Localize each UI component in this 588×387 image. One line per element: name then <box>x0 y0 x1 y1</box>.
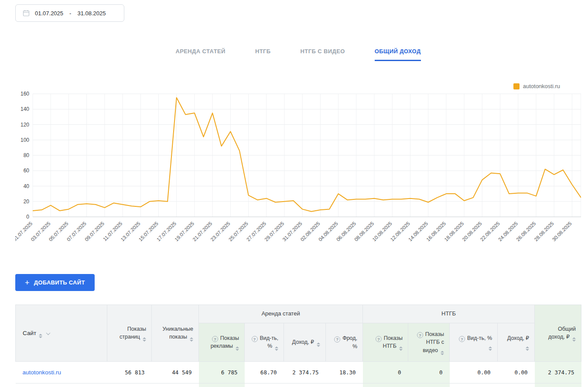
calendar-icon <box>23 10 30 17</box>
cell-ntgb-impressions: 0 <box>363 362 408 384</box>
column-label: Вид-ть, % <box>467 335 492 341</box>
cell-ad-impressions: 6 785 <box>199 362 245 384</box>
cell-ntgb-viewability <box>450 384 498 387</box>
svg-text:40: 40 <box>24 183 30 189</box>
cell-total-revenue: 2 374.75 <box>535 362 581 384</box>
column-header-unique-views[interactable]: Уникальные показы <box>152 305 199 362</box>
column-header-ntgb-impressions[interactable]: ?Показы НТГБ <box>363 323 408 362</box>
group-header-ntgb: НТГБ <box>363 305 535 323</box>
sort-icon[interactable] <box>143 337 146 342</box>
cell-unique-views <box>152 384 199 387</box>
tabs: АРЕНДА СТАТЕЙНТГБНТГБ С ВИДЕООБЩИЙ ДОХОД <box>15 48 581 61</box>
cell-page-views: 56 813 <box>107 362 152 384</box>
cell-revenue <box>284 384 326 387</box>
sort-icon[interactable] <box>317 342 320 347</box>
tab-arenda-statey[interactable]: АРЕНДА СТАТЕЙ <box>175 48 225 61</box>
cell-ntgb-impressions <box>363 384 408 387</box>
sort-icon[interactable] <box>441 351 444 355</box>
column-label: Уникальные показы <box>162 326 193 340</box>
column-header-revenue[interactable]: Доход, ₽ <box>284 323 326 362</box>
tab-obschiy-dohod[interactable]: ОБЩИЙ ДОХОД <box>375 48 421 61</box>
date-range-picker[interactable]: 01.07.2025 - 31.08.2025 <box>15 4 124 22</box>
svg-text:80: 80 <box>24 152 30 158</box>
help-icon[interactable]: ? <box>334 336 340 342</box>
sort-icon[interactable] <box>39 334 42 338</box>
column-header-ntgb-video-impressions[interactable]: ?Показы НТГБ с видео <box>408 323 450 362</box>
sort-icon[interactable] <box>572 337 576 342</box>
cell-ntgb-viewability: 0.00 <box>450 362 498 384</box>
column-header-total-revenue[interactable]: Общий доход, ₽ <box>535 305 581 362</box>
column-label: Показы НТГБ с видео <box>423 331 444 353</box>
help-icon[interactable]: ? <box>212 336 218 342</box>
cell-ntgb-video-impressions: 0 <box>408 362 450 384</box>
column-label: Доход, ₽ <box>507 335 529 341</box>
column-header-ntgb-viewability[interactable]: ?Вид-ть, % <box>450 323 498 362</box>
add-site-button[interactable]: + ДОБАВИТЬ САЙТ <box>15 274 95 291</box>
column-label: Доход, ₽ <box>292 339 314 345</box>
line-chart-svg: 01.07.202503.07.202505.07.202507.07.2025… <box>15 83 581 255</box>
svg-text:20: 20 <box>24 199 30 205</box>
revenue-chart: autotonkosti.ru 01.07.202503.07.202505.0… <box>15 83 581 255</box>
svg-text:0: 0 <box>26 214 29 220</box>
help-icon[interactable]: ? <box>252 336 258 342</box>
sort-icon[interactable] <box>526 346 529 351</box>
date-end[interactable]: 31.08.2025 <box>77 10 106 17</box>
sites-stats-table: СайтПоказы страницУникальные показыАренд… <box>15 305 581 387</box>
column-header-page-views[interactable]: Показы страниц <box>107 305 152 362</box>
column-label: Фрод, % <box>342 335 357 349</box>
cell-page-views <box>107 384 152 387</box>
cell-site <box>16 384 107 387</box>
svg-text:100: 100 <box>21 137 29 143</box>
cell-total-revenue <box>535 384 581 387</box>
cell-ad-impressions <box>199 384 245 387</box>
plus-icon: + <box>25 279 30 287</box>
cell-ntgb-revenue: 0.00 <box>498 362 535 384</box>
sort-icon[interactable] <box>275 346 278 351</box>
table-body: autotonkosti.ru56 81344 5496 78568.702 3… <box>16 362 581 387</box>
group-header-arenda-statey: Аренда статей <box>199 305 363 323</box>
tab-ntgb-video[interactable]: НТГБ С ВИДЕО <box>301 48 345 61</box>
help-icon[interactable]: ? <box>376 336 382 342</box>
date-start[interactable]: 01.07.2025 <box>35 10 63 17</box>
svg-text:140: 140 <box>21 106 29 112</box>
help-icon[interactable]: ? <box>417 332 423 338</box>
site-link[interactable]: autotonkosti.ru <box>23 369 62 376</box>
cell-revenue: 2 374.75 <box>284 362 326 384</box>
cell-viewability <box>245 384 284 387</box>
svg-text:160: 160 <box>21 91 29 97</box>
cell-unique-views: 44 549 <box>152 362 199 384</box>
sort-icon[interactable] <box>399 346 403 351</box>
column-label: Сайт <box>23 330 36 336</box>
cell-ntgb-video-impressions <box>408 384 450 387</box>
svg-text:60: 60 <box>24 168 30 174</box>
cell-fraud <box>326 384 363 387</box>
tab-ntgb[interactable]: НТГБ <box>255 48 271 61</box>
column-header-ad-impressions[interactable]: ?Показы рекламы <box>199 323 245 362</box>
column-label: Показы страниц <box>120 326 146 340</box>
column-header-fraud: ?Фрод, % <box>326 323 363 362</box>
cell-fraud: 18.30 <box>326 362 363 384</box>
help-icon[interactable]: ? <box>459 336 465 342</box>
column-header-viewability[interactable]: ?Вид-ть, % <box>245 323 284 362</box>
add-site-label: ДОБАВИТЬ САЙТ <box>34 279 85 286</box>
chevron-down-icon[interactable] <box>46 331 51 335</box>
column-header-ntgb-revenue[interactable]: Доход, ₽ <box>498 323 535 362</box>
cell-ntgb-revenue <box>498 384 535 387</box>
table-header: СайтПоказы страницУникальные показыАренд… <box>16 305 581 362</box>
svg-text:30.08.2025: 30.08.2025 <box>551 221 573 242</box>
svg-text:120: 120 <box>21 122 29 128</box>
table-row: autotonkosti.ru56 81344 5496 78568.702 3… <box>16 362 581 384</box>
sort-icon[interactable] <box>236 346 239 351</box>
svg-text:09.07.2025: 09.07.2025 <box>84 221 105 242</box>
sort-icon[interactable] <box>489 346 492 351</box>
column-label: Общий доход, ₽ <box>548 326 576 340</box>
table-row-partial <box>16 384 581 387</box>
sort-icon[interactable] <box>190 337 193 342</box>
page: 01.07.2025 - 31.08.2025 АРЕНДА СТАТЕЙНТГ… <box>0 0 588 387</box>
date-separator: - <box>69 10 71 17</box>
cell-viewability: 68.70 <box>245 362 284 384</box>
column-header-site[interactable]: Сайт <box>16 305 107 362</box>
cell-site: autotonkosti.ru <box>16 362 107 384</box>
